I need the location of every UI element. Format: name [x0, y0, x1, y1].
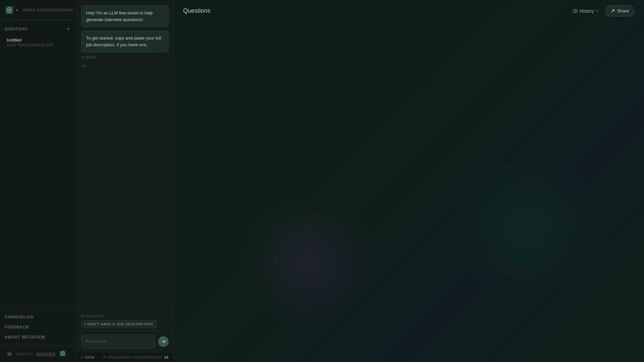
send-button[interactable] [158, 336, 169, 347]
skip-link[interactable]: ⇒ SKIP [81, 55, 169, 59]
chat-bubble-2: To get started, copy and paste your full… [81, 31, 169, 52]
sidebar-item-untitled[interactable]: Untitled LESS THAN A MINUTE AGO [2, 35, 74, 49]
add-question-button[interactable]: + [65, 26, 71, 32]
app-logo-icon [5, 5, 14, 15]
section-title: QUESTIONS [5, 27, 28, 31]
app-path: HIRING.STUDIO/QUESTIONS [23, 8, 73, 12]
ai-label: AI [81, 64, 169, 68]
send-icon [161, 339, 166, 344]
chat-messages: Hey! I'm an LLM fine-tuned to help gener… [76, 0, 173, 311]
footer-made-by: MADE BY [17, 352, 34, 356]
chat-panel: Hey! I'm an LLM fine-tuned to help gener… [76, 0, 174, 362]
theme-toggle-button[interactable] [5, 349, 14, 359]
remaining-count: 15 [164, 355, 169, 359]
sidebar-header: ▾ HIRING.STUDIO/QUESTIONS [0, 0, 76, 20]
history-icon [573, 9, 578, 13]
remaining-generations: ⟳ REMAINING GENERATIONS 15 [103, 355, 169, 359]
history-chevron-icon: ▾ [596, 9, 598, 13]
chat-bubble-1: Hey! I'm an LLM fine-tuned to help gener… [81, 5, 169, 27]
skip-arrow-icon: ⇒ [81, 55, 85, 59]
history-button[interactable]: History ▾ [570, 6, 601, 16]
main-body [174, 22, 644, 362]
header-actions: History ▾ Share [570, 5, 635, 16]
feedback-link[interactable]: FEEDBACK [0, 322, 76, 332]
metaview-link[interactable]: METAVIEW [36, 352, 55, 356]
svg-point-2 [8, 353, 10, 355]
share-button[interactable]: Share [605, 5, 635, 16]
sidebar-item-meta: LESS THAN A MINUTE AGO [7, 43, 69, 47]
remaining-label: REMAINING GENERATIONS [108, 355, 162, 359]
sidebar-item-title: Untitled [7, 38, 69, 43]
svg-point-1 [8, 9, 10, 11]
moon-icon [7, 351, 12, 357]
suggested-chip[interactable]: I DON'T HAVE A JOB DESCRIPTION [81, 320, 157, 328]
changelog-link[interactable]: CHANGELOG [0, 312, 76, 322]
sidebar-bottom: CHANGELOG FEEDBACK ABOUT METAVIEW [0, 308, 76, 346]
about-metaview-link[interactable]: ABOUT METAVIEW [0, 332, 76, 342]
share-icon [611, 9, 615, 13]
remaining-icon: ⟳ [103, 355, 106, 359]
sidebar: ▾ HIRING.STUDIO/QUESTIONS QUESTIONS + Un… [0, 0, 76, 362]
chat-suggested: SUGGESTED I DON'T HAVE A JOB DESCRIPTION [76, 311, 173, 331]
new-session-button[interactable]: + NEW [81, 355, 95, 359]
main-header: Questions History ▾ Share [174, 0, 644, 22]
chat-input-area [76, 331, 173, 352]
share-label: Share [617, 8, 629, 13]
chat-footer-bar: + NEW ⟳ REMAINING GENERATIONS 15 [76, 352, 173, 362]
new-label: NEW [85, 355, 95, 359]
svg-point-4 [62, 353, 63, 354]
skip-label: SKIP [86, 55, 96, 59]
section-header: QUESTIONS + [0, 24, 76, 34]
page-title: Questions [183, 7, 210, 14]
history-label: History [580, 8, 594, 14]
questions-section: QUESTIONS + Untitled LESS THAN A MINUTE … [0, 20, 76, 168]
logo-chevron: ▾ [16, 8, 18, 12]
new-icon: + [81, 355, 84, 359]
suggested-label: SUGGESTED [81, 314, 169, 318]
sidebar-footer: MADE BY METAVIEW [0, 346, 76, 362]
metaview-logo-small [59, 350, 66, 358]
response-input[interactable] [81, 335, 155, 349]
chat-bubble-2-wrapper: To get started, copy and paste your full… [81, 31, 169, 59]
main-content: Questions History ▾ Share [174, 0, 644, 362]
logo-area[interactable]: ▾ [5, 5, 18, 15]
